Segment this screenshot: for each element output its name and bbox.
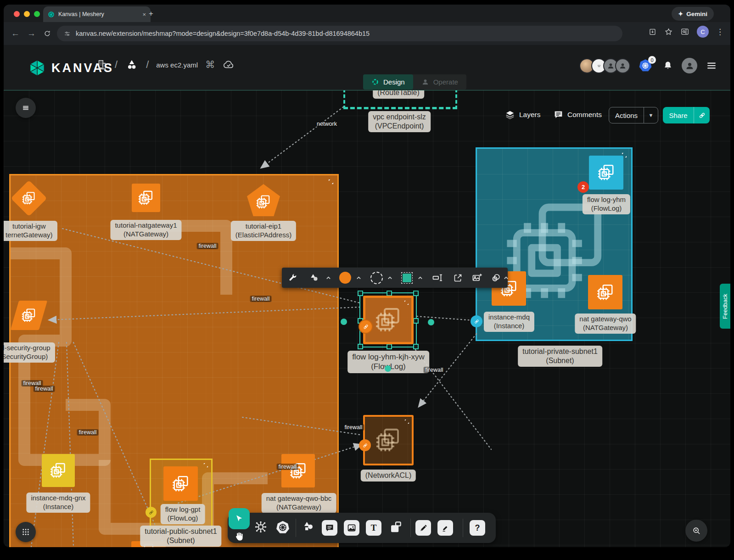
gemini-button[interactable]: ✦ Gemini bbox=[672, 7, 714, 21]
actions-dropdown-caret[interactable]: ▼ bbox=[644, 107, 658, 123]
tab-title: Kanvas | Meshery bbox=[58, 11, 139, 17]
stroke-style-caret[interactable] bbox=[386, 268, 394, 288]
node-label-instance-mdq[interactable]: instance-mdq (Instance) bbox=[484, 312, 534, 332]
canvas-header-row: Layers Comments Actions ▼ Share bbox=[4, 107, 730, 124]
save-page-icon[interactable] bbox=[648, 28, 657, 36]
comment-icon bbox=[325, 523, 334, 532]
node-nat-gateway-1[interactable] bbox=[132, 184, 160, 212]
node-nat-gateway-qwo-bbc[interactable] bbox=[281, 454, 315, 487]
shapes-tool-dock-button[interactable] bbox=[302, 520, 315, 533]
browser-profile-avatar[interactable]: C bbox=[697, 26, 709, 38]
canvas-menu-button[interactable] bbox=[16, 98, 36, 118]
widgets-grid-button[interactable] bbox=[16, 522, 36, 542]
design-canvas[interactable]: (RouteTable) vpc endpoint-slz (VPCEndpoi… bbox=[4, 90, 730, 547]
freehand-tool-button[interactable] bbox=[437, 520, 453, 536]
node-label-public-subnet[interactable]: tutorial-public-subnet1 (Subnet) bbox=[140, 526, 221, 547]
shapes-tool-caret[interactable] bbox=[324, 268, 332, 288]
node-label-instance-mdq-gnx[interactable]: instance-mdq-gnx (Instance) bbox=[26, 493, 90, 513]
design-file-name[interactable]: aws ec2.yaml bbox=[156, 61, 198, 69]
kubernetes-tool-button[interactable] bbox=[275, 520, 290, 535]
image-tool-button[interactable] bbox=[344, 520, 359, 536]
window-zoom-button[interactable] bbox=[34, 11, 40, 17]
edge-handle-dot[interactable] bbox=[385, 365, 391, 372]
merge-shapes-caret[interactable] bbox=[503, 268, 509, 288]
user-avatar[interactable] bbox=[682, 58, 697, 73]
address-bar[interactable]: kanvas.new/extension/meshmap?mode=design… bbox=[57, 26, 622, 41]
kanvas-logo-icon[interactable] bbox=[28, 59, 46, 77]
network-acl-link-badge[interactable] bbox=[359, 439, 371, 451]
tab-close-icon[interactable]: × bbox=[142, 11, 146, 18]
fill-color-swatch[interactable] bbox=[336, 268, 354, 288]
private-subnet-link-badge[interactable] bbox=[471, 315, 482, 327]
tools-button[interactable] bbox=[284, 268, 301, 288]
open-in-new-button[interactable] bbox=[448, 268, 467, 288]
node-label-flow-log-gpt[interactable]: flow log-gpt (FlowLog) bbox=[161, 504, 205, 524]
shapes-tool-button[interactable] bbox=[304, 268, 324, 288]
hand-icon bbox=[234, 531, 245, 542]
node-instance-mdq-gnx[interactable] bbox=[42, 454, 75, 487]
side-panel-search-icon[interactable] bbox=[680, 27, 689, 36]
browser-tab[interactable]: Kanvas | Meshery × bbox=[43, 6, 151, 22]
node-label-network-acl[interactable]: (NetworkACL) bbox=[361, 470, 416, 482]
pan-tool-button[interactable] bbox=[234, 531, 245, 542]
browser-menu-icon[interactable]: ⋮ bbox=[716, 27, 724, 37]
node-label-nat-gateway-qwo[interactable]: nat gateway-qwo (NATGateway) bbox=[575, 314, 636, 334]
node-label-nat-gateway-1[interactable]: tutorial-natgateway1 (NATGateway) bbox=[110, 220, 181, 240]
node-flow-log-selected[interactable] bbox=[363, 296, 414, 344]
flow-log-gpt-link-badge[interactable] bbox=[146, 507, 157, 518]
node-flow-log-gpt[interactable] bbox=[163, 466, 198, 501]
actions-button[interactable]: Actions ▼ bbox=[609, 107, 658, 123]
tab-design[interactable]: Design bbox=[363, 74, 413, 90]
new-tab-button[interactable]: + bbox=[149, 9, 153, 18]
node-network-acl[interactable] bbox=[363, 415, 414, 465]
shape-style-button[interactable] bbox=[398, 268, 416, 288]
edge-handle-dot[interactable] bbox=[341, 319, 347, 325]
add-image-button[interactable] bbox=[467, 268, 487, 288]
node-label-security-group[interactable]: al-security-group SecurityGroup) bbox=[4, 342, 55, 363]
feedback-tab[interactable]: Feedback bbox=[720, 284, 730, 329]
flow-log-selected-link-badge[interactable] bbox=[359, 319, 373, 334]
comments-button[interactable]: Comments bbox=[554, 110, 602, 119]
merge-shapes-button[interactable] bbox=[487, 268, 504, 288]
reload-icon[interactable] bbox=[43, 29, 51, 38]
collapse-icon[interactable] bbox=[328, 179, 334, 185]
fill-color-caret[interactable] bbox=[354, 268, 363, 288]
component-tool-button[interactable] bbox=[254, 520, 268, 534]
stroke-style-button[interactable] bbox=[367, 268, 386, 288]
design-actions-icon[interactable]: ⌘ bbox=[205, 59, 215, 70]
comment-tool-button[interactable] bbox=[322, 520, 337, 536]
text-tool-button[interactable]: T bbox=[366, 520, 381, 536]
help-button[interactable]: ? bbox=[470, 520, 485, 536]
notifications-bell-icon[interactable] bbox=[662, 60, 673, 71]
select-tool-button[interactable] bbox=[229, 508, 250, 529]
site-info-icon[interactable] bbox=[63, 30, 71, 38]
kubernetes-connection-indicator[interactable]: 0 bbox=[639, 59, 654, 73]
zoom-search-button[interactable] bbox=[685, 520, 707, 542]
node-label-nat-gateway-qwo-bbc[interactable]: nat gateway-qwo-bbc (NATGateway) bbox=[262, 493, 336, 513]
collaborator-avatars[interactable] bbox=[579, 58, 630, 73]
window-minimize-button[interactable] bbox=[24, 11, 30, 17]
tab-operate[interactable]: Operate bbox=[413, 74, 466, 90]
app-menu-icon[interactable] bbox=[706, 60, 717, 72]
copy-link-icon[interactable] bbox=[694, 107, 710, 123]
collaborator-avatar-anon2[interactable] bbox=[615, 58, 630, 73]
node-label-elastic-ip[interactable]: tutorial-eip1 (ElasticIPAddress) bbox=[231, 221, 296, 241]
resize-text-button[interactable] bbox=[428, 268, 447, 288]
node-label-internet-gateway[interactable]: tutorial-igw ternetGateway) bbox=[4, 221, 57, 241]
workspace-shapes-icon[interactable] bbox=[125, 58, 139, 72]
notes-tool-button[interactable] bbox=[389, 520, 403, 534]
node-label-flow-log-yhm[interactable]: flow log-yhm (FlowLog) bbox=[583, 194, 630, 214]
edge-handle-dot[interactable] bbox=[428, 319, 434, 325]
pen-tool-button[interactable] bbox=[415, 520, 431, 536]
window-close-button[interactable] bbox=[14, 11, 20, 17]
layers-button[interactable]: Layers bbox=[505, 110, 541, 120]
back-icon[interactable]: ← bbox=[11, 28, 20, 39]
share-button[interactable]: Share bbox=[663, 107, 710, 123]
shape-style-caret[interactable] bbox=[416, 268, 424, 288]
node-flow-log-yhm[interactable] bbox=[589, 156, 623, 190]
node-nat-gateway-qwo[interactable] bbox=[588, 275, 622, 309]
bookmark-star-icon[interactable] bbox=[664, 28, 673, 36]
organization-icon[interactable] bbox=[95, 59, 107, 71]
node-label-private-subnet[interactable]: tutorial-private-subnet1 (Subnet) bbox=[518, 346, 602, 367]
forward-icon[interactable]: → bbox=[27, 28, 36, 39]
